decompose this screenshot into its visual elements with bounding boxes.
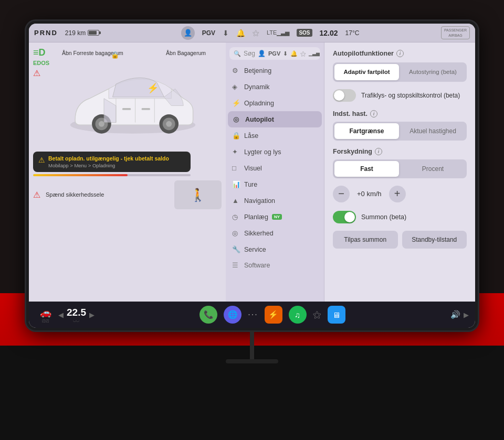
planlaeg-label: Planlæg: [244, 213, 268, 221]
search-bar[interactable]: 🔍 Søg 👤 PGV ⬇ 🔔 ⚝ ▁▃▅: [229, 47, 320, 60]
notification-icon[interactable]: 🔔: [236, 29, 245, 37]
speed-minus-button[interactable]: −: [333, 186, 350, 202]
software-label: Software: [244, 262, 270, 269]
progress-bar-container: [33, 174, 191, 176]
navigation-icon: ▲: [232, 197, 240, 205]
autopilot-label: Autopilot: [245, 116, 274, 123]
menu-item-opladning[interactable]: ⚡ Opladning: [227, 95, 323, 111]
ture-icon: 📊: [232, 180, 240, 188]
autopilot-info-icon[interactable]: i: [396, 50, 404, 57]
car-bottom-icon[interactable]: 🚗 ◰◰: [35, 303, 56, 326]
summon-label: Summon (beta): [361, 213, 406, 221]
volume-control[interactable]: 🔊: [450, 310, 460, 319]
summon-toggle[interactable]: [333, 211, 356, 223]
autostyring-button[interactable]: Autostyring (beta): [401, 64, 465, 80]
nav-button[interactable]: 🌐: [224, 306, 242, 324]
navigation-label: Navigation: [244, 197, 275, 205]
menu-item-planlaeg[interactable]: ◷ Planlæg NY: [227, 209, 323, 225]
betjening-label: Betjening: [244, 67, 271, 74]
procent-button[interactable]: Procent: [401, 161, 465, 177]
menu-item-ture[interactable]: 📊 Ture: [227, 176, 323, 192]
right-edge-arrow[interactable]: ▶: [464, 311, 469, 319]
trafik-toggle[interactable]: [333, 89, 356, 102]
temp-value: 22.5: [67, 307, 86, 318]
menu-item-service[interactable]: 🔧 Service: [227, 241, 323, 257]
screen-cast-button[interactable]: 🖥: [328, 306, 345, 324]
betjening-icon: ⚙: [232, 67, 240, 74]
right-panel: Autopilotfunktioner i Adaptiv fartpilot …: [324, 42, 475, 302]
passenger-airbag: PASSENGERAIRBAG: [441, 26, 470, 39]
search-signal-icon: ▁▃▅: [309, 51, 320, 56]
trafik-label: Trafiklys- og stopskiltskontrol (beta): [361, 92, 460, 99]
drive-mode-buttons: Adaptiv fartpilot Autostyring (beta): [333, 62, 467, 82]
dynamik-label: Dynamik: [244, 83, 270, 91]
forskydning-info-icon[interactable]: i: [375, 148, 382, 155]
search-bt-icon: ⚝: [300, 50, 306, 57]
tilpas-summon-button[interactable]: Tilpas summon: [333, 231, 398, 249]
indst-hast-title: Indst. hast. i: [333, 110, 467, 117]
service-label: Service: [244, 246, 266, 253]
autopilot-functions-title: Autopilotfunktioner i: [333, 50, 467, 57]
fartgraense-button[interactable]: Fartgrænse: [334, 123, 399, 139]
prnd-display: PRND: [34, 29, 58, 37]
car-illustration: [59, 62, 211, 141]
car-area: Åbn Forreste bagagerum Åbn Bagagerum 🔒 ⚡: [33, 47, 222, 152]
menu-item-visuel[interactable]: □ Visuel: [227, 160, 323, 176]
trunk-label[interactable]: Åbn Bagagerum: [166, 50, 206, 57]
aktuel-button[interactable]: Aktuel hastighed: [401, 123, 465, 139]
screen: PRND 219 km 👤 PGV ⬇ 🔔: [29, 24, 475, 328]
screen-bezel: PRND 219 km 👤 PGV ⬇ 🔔: [26, 21, 478, 330]
km-value: 219 km: [65, 29, 86, 37]
visuel-icon: □: [232, 164, 240, 172]
laase-label: Låse: [244, 132, 258, 139]
menu-item-navigation[interactable]: ▲ Navigation: [227, 192, 323, 209]
menu-item-software[interactable]: ☰ Software: [227, 257, 323, 273]
left-panel: ≡D EDOS ⚠ Åbn Forreste bagagerum Åbn Bag…: [29, 42, 226, 302]
standby-button[interactable]: Standby-tilstand: [402, 231, 467, 249]
menu-item-lygter[interactable]: ✦ Lygter og lys: [227, 144, 323, 160]
menu-item-laase[interactable]: 🔒 Låse: [227, 127, 323, 144]
sos-badge: SOS: [297, 29, 312, 37]
menu-item-autopilot[interactable]: ◎ Autopilot: [228, 111, 322, 127]
spotify-button[interactable]: ♫: [289, 306, 307, 324]
alert-box[interactable]: ⚠ Betalt opladn. utilgængelig - tjek ube…: [33, 152, 191, 172]
seatbelt-label: Spænd sikkerhedssele: [46, 191, 104, 198]
temp-climate[interactable]: 22.5 ◡◡: [67, 307, 86, 323]
speed-plus-button[interactable]: +: [389, 186, 406, 202]
menu-item-dynamik[interactable]: ◈ Dynamik: [227, 79, 323, 95]
opladning-label: Opladning: [244, 100, 274, 107]
profile-icon[interactable]: 👤: [181, 26, 195, 40]
lightning-button[interactable]: ⚡: [265, 306, 282, 324]
speed-source-buttons: Fartgrænse Aktuel hastighed: [333, 122, 467, 141]
signal-icon: LTE▁▃▅: [267, 29, 289, 36]
menu-item-betjening[interactable]: ⚙ Betjening: [227, 62, 323, 79]
software-icon: ☰: [232, 261, 240, 269]
alert-sub-text: Mobilapp > Menu > Opladning: [48, 163, 169, 168]
volume-icon: 🔊: [450, 310, 460, 319]
planlaeg-badge: NY: [272, 214, 282, 220]
fast-button[interactable]: Fast: [334, 161, 399, 177]
search-icon: 🔍: [234, 50, 241, 57]
hast-info-icon[interactable]: i: [370, 110, 377, 117]
download-icon[interactable]: ⬇: [223, 29, 229, 37]
forskydning-title: Forskydning i: [333, 148, 467, 155]
speed-control: − +0 km/h +: [333, 186, 467, 202]
search-placeholder: Søg: [244, 50, 255, 57]
opladning-icon: ⚡: [232, 99, 240, 107]
seatbelt-alert: ⚠ Spænd sikkerhedssele 🚶: [33, 180, 222, 209]
adaptiv-button[interactable]: Adaptiv fartpilot: [334, 64, 399, 80]
menu-item-sikkerhed[interactable]: ◎ Sikkerhed: [227, 225, 323, 241]
status-center: 👤 PGV ⬇ 🔔 ⚝ LTE▁▃▅ SOS 12.02 17°C: [99, 26, 441, 40]
more-button[interactable]: ···: [248, 310, 258, 319]
bluetooth-status-icon[interactable]: ⚝: [253, 29, 259, 37]
time-display: 12.02: [320, 29, 338, 37]
search-bell-icon: 🔔: [290, 50, 298, 57]
progress-bar-fill: [33, 174, 128, 176]
bluetooth-button[interactable]: ⚝: [313, 310, 321, 319]
phone-button[interactable]: 📞: [200, 306, 217, 324]
menu-panel: 🔍 Søg 👤 PGV ⬇ 🔔 ⚝ ▁▃▅ ⚙ Betjening: [226, 42, 324, 302]
svg-point-3: [99, 121, 104, 127]
right-arrow[interactable]: ▶: [89, 311, 94, 319]
left-arrow[interactable]: ◀: [58, 311, 64, 319]
ture-label: Ture: [244, 181, 257, 188]
